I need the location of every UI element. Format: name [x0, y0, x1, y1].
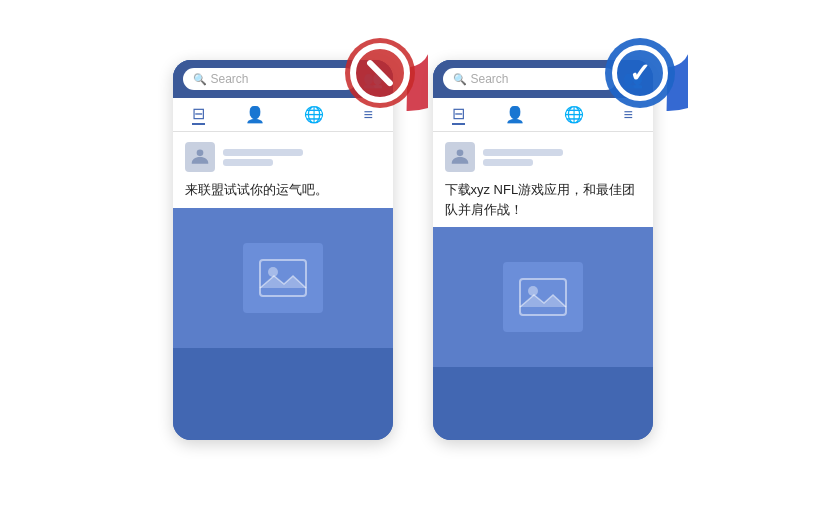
post-name-lines-bad — [223, 149, 303, 166]
post-name-lines-good — [483, 149, 563, 166]
home-nav-icon-good[interactable]: ⊟ — [452, 104, 465, 125]
name-line-2-bad — [223, 159, 273, 166]
avatar-bad — [185, 142, 215, 172]
post-card-good: 下载xyz NFL游戏应用，和最佳团队并肩作战！ — [433, 132, 653, 227]
ban-line-icon — [366, 59, 394, 87]
check-badge: ✓ — [605, 38, 675, 108]
svg-point-3 — [268, 267, 278, 277]
svg-rect-6 — [520, 279, 566, 315]
svg-rect-2 — [260, 260, 306, 296]
search-field-bad[interactable]: 🔍 Search — [183, 68, 357, 90]
phone-bad: 🔍 Search 👥 ⊟ 👤 🌐 ≡ — [173, 60, 393, 440]
post-card-bad: 来联盟试试你的运气吧。 — [173, 132, 393, 208]
name-line-1-bad — [223, 149, 303, 156]
checkmark-icon: ✓ — [629, 60, 651, 86]
phone-good-wrapper: ✓ 🔍 Search 👥 ⊟ 👤 🌐 ≡ — [433, 60, 653, 440]
placeholder-img-icon-bad — [258, 258, 308, 298]
img-ph-inner-good — [503, 262, 583, 332]
globe-nav-icon-bad[interactable]: 🌐 — [304, 105, 324, 124]
svg-point-7 — [528, 286, 538, 296]
image-placeholder-good — [433, 227, 653, 367]
main-container: 🔍 Search 👥 ⊟ 👤 🌐 ≡ — [173, 40, 653, 470]
home-nav-icon-bad[interactable]: ⊟ — [192, 104, 205, 125]
nav-bar-bad: ⊟ 👤 🌐 ≡ — [173, 98, 393, 132]
phone-bad-inner: 🔍 Search 👥 ⊟ 👤 🌐 ≡ — [173, 60, 393, 440]
phone-bad-wrapper: 🔍 Search 👥 ⊟ 👤 🌐 ≡ — [173, 60, 393, 440]
globe-nav-icon-good[interactable]: 🌐 — [564, 105, 584, 124]
svg-point-1 — [196, 150, 203, 157]
nav-bar-good: ⊟ 👤 🌐 ≡ — [433, 98, 653, 132]
phone-good: ✓ 🔍 Search 👥 ⊟ 👤 🌐 ≡ — [433, 60, 653, 440]
friends-nav-icon-bad[interactable]: 👤 — [245, 105, 265, 124]
avatar-icon-bad — [190, 147, 210, 167]
image-placeholder-bad — [173, 208, 393, 348]
menu-nav-icon-bad[interactable]: ≡ — [363, 106, 372, 124]
search-field-good[interactable]: 🔍 Search — [443, 68, 617, 90]
img-ph-inner-bad — [243, 243, 323, 313]
search-text-bad: Search — [211, 72, 249, 86]
check-circle-icon: ✓ — [612, 45, 668, 101]
menu-nav-icon-good[interactable]: ≡ — [623, 106, 632, 124]
friends-nav-icon-good[interactable]: 👤 — [505, 105, 525, 124]
name-line-1-good — [483, 149, 563, 156]
placeholder-img-icon-good — [518, 277, 568, 317]
search-icon-good: 🔍 — [453, 73, 467, 86]
ban-badge — [345, 38, 415, 108]
avatar-good — [445, 142, 475, 172]
search-text-good: Search — [471, 72, 509, 86]
search-icon-bad: 🔍 — [193, 73, 207, 86]
post-text-good: 下载xyz NFL游戏应用，和最佳团队并肩作战！ — [445, 180, 641, 227]
post-text-bad: 来联盟试试你的运气吧。 — [185, 180, 381, 208]
avatar-icon-good — [450, 147, 470, 167]
name-line-2-good — [483, 159, 533, 166]
phone-good-inner: 🔍 Search 👥 ⊟ 👤 🌐 ≡ — [433, 60, 653, 440]
svg-point-5 — [456, 150, 463, 157]
post-header-bad — [185, 142, 381, 172]
post-header-good — [445, 142, 641, 172]
ban-circle-icon — [350, 43, 410, 103]
